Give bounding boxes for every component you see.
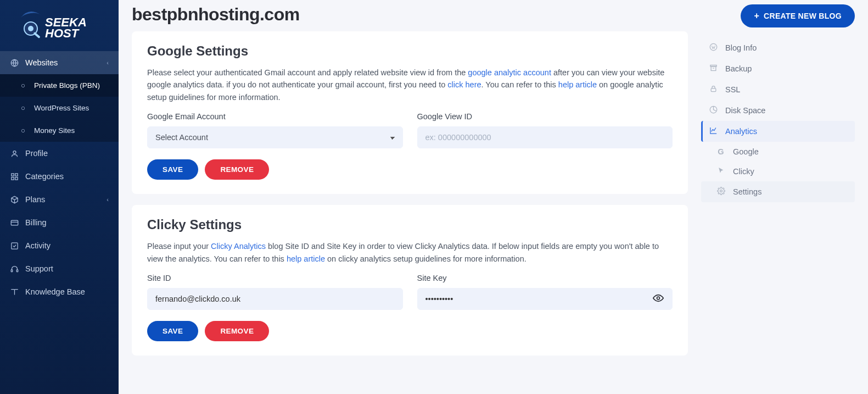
- sidebar-item-label: Knowledge Base: [25, 287, 85, 296]
- svg-point-21: [720, 190, 722, 192]
- sidebar-item-websites[interactable]: Websites ‹: [0, 51, 119, 74]
- google-email-account-select[interactable]: Select Account: [147, 126, 403, 148]
- create-new-blog-button[interactable]: + CREATE NEW BLOG: [741, 4, 855, 27]
- cursor-icon: [716, 167, 725, 176]
- rn-item-settings[interactable]: Settings: [701, 181, 855, 202]
- rn-item-ssl[interactable]: SSL: [701, 79, 855, 100]
- chart-icon: [709, 126, 718, 136]
- svg-rect-12: [11, 242, 17, 248]
- sidebar-item-plans[interactable]: Plans ‹: [0, 188, 119, 211]
- plus-icon: +: [754, 11, 759, 21]
- clicky-settings-card: Clicky Settings Please input your Clicky…: [132, 205, 688, 356]
- sidebar-item-label: Billing: [25, 218, 47, 227]
- svg-rect-19: [711, 88, 716, 92]
- card-description: Please select your authenticated Gmail a…: [147, 66, 673, 103]
- sidebar-item-label: Money Sites: [34, 126, 75, 135]
- rn-item-label: Blog Info: [725, 43, 757, 52]
- save-button[interactable]: SAVE: [147, 321, 198, 341]
- sidebar: SEEKA HOST Websites ‹ ○ Private Blogs (P…: [0, 0, 119, 394]
- logo[interactable]: SEEKA HOST: [0, 0, 119, 51]
- sidebar-item-categories[interactable]: Categories: [0, 165, 119, 188]
- chevron-left-icon: ‹: [107, 196, 109, 203]
- svg-point-15: [657, 297, 660, 299]
- site-id-label: Site ID: [147, 274, 403, 282]
- sidebar-item-label: Categories: [25, 172, 64, 181]
- svg-point-6: [13, 151, 16, 153]
- sidebar-item-activity[interactable]: Activity: [0, 234, 119, 257]
- google-analytic-account-link[interactable]: google analytic account: [468, 68, 551, 77]
- sidebar-item-label: Profile: [25, 149, 48, 158]
- svg-point-1: [28, 26, 33, 31]
- card-title: Clicky Settings: [147, 217, 673, 232]
- sidebar-item-label: Websites: [25, 58, 58, 67]
- rn-item-label: Backup: [725, 64, 752, 73]
- archive-icon: [709, 64, 718, 74]
- grid-icon: [10, 173, 19, 181]
- rn-item-disk-space[interactable]: Disk Space: [701, 100, 855, 121]
- chevron-left-icon: ‹: [107, 59, 109, 66]
- sidebar-item-knowledge-base[interactable]: Knowledge Base: [0, 280, 119, 303]
- site-id-input[interactable]: [147, 288, 403, 310]
- site-key-input[interactable]: [417, 288, 673, 310]
- right-nav: Blog Info Backup SSL Disk Space: [701, 34, 855, 202]
- rn-item-label: Disk Space: [725, 106, 765, 115]
- sidebar-item-private-blogs[interactable]: ○ Private Blogs (PBN): [0, 74, 119, 97]
- circle-icon: ○: [19, 104, 27, 112]
- check-icon: [10, 242, 19, 250]
- help-article-link[interactable]: help article: [558, 80, 597, 89]
- headphones-icon: [10, 265, 19, 273]
- svg-rect-10: [15, 177, 17, 179]
- sidebar-item-wordpress-sites[interactable]: ○ WordPress Sites: [0, 97, 119, 119]
- rn-item-google[interactable]: G Google: [701, 142, 855, 162]
- google-view-id-label: Google View ID: [417, 112, 673, 121]
- content-column: bestpbnhosting.com Google Settings Pleas…: [132, 3, 688, 367]
- card-title: Google Settings: [147, 43, 673, 59]
- pie-chart-icon: [709, 106, 718, 115]
- svg-rect-7: [11, 173, 13, 175]
- google-view-id-input[interactable]: [417, 126, 673, 148]
- header-row: bestpbnhosting.com: [132, 3, 688, 31]
- sidebar-item-profile[interactable]: Profile: [0, 142, 119, 165]
- svg-text:HOST: HOST: [45, 26, 80, 40]
- sidebar-item-billing[interactable]: Billing: [0, 211, 119, 234]
- help-article-link[interactable]: help article: [287, 254, 325, 263]
- eye-icon: [653, 297, 664, 306]
- remove-button[interactable]: REMOVE: [205, 159, 269, 180]
- main: bestpbnhosting.com Google Settings Pleas…: [119, 0, 868, 394]
- save-button[interactable]: SAVE: [147, 159, 198, 180]
- circle-icon: ○: [19, 126, 27, 135]
- page-title: bestpbnhosting.com: [132, 4, 300, 25]
- rn-item-blog-info[interactable]: Blog Info: [701, 37, 855, 58]
- toggle-visibility-button[interactable]: [651, 291, 666, 308]
- book-icon: [10, 288, 19, 296]
- svg-rect-8: [15, 173, 17, 175]
- card-description: Please input your Clicky Analytics blog …: [147, 240, 673, 265]
- sidebar-item-label: Plans: [25, 195, 45, 204]
- rn-item-analytics[interactable]: Analytics: [701, 121, 855, 142]
- rn-item-backup[interactable]: Backup: [701, 58, 855, 79]
- rn-item-label: Analytics: [725, 127, 757, 136]
- svg-rect-11: [11, 220, 18, 225]
- google-icon: G: [716, 147, 725, 156]
- box-icon: [10, 196, 19, 204]
- svg-rect-14: [16, 269, 18, 271]
- sidebar-item-label: Private Blogs (PBN): [34, 81, 100, 90]
- remove-button[interactable]: REMOVE: [205, 321, 269, 341]
- site-key-label: Site Key: [417, 274, 673, 282]
- svg-rect-9: [11, 177, 13, 179]
- rn-item-label: SSL: [725, 85, 740, 94]
- gear-icon: [716, 187, 725, 197]
- rn-item-label: Google: [733, 147, 759, 156]
- rn-item-label: Settings: [733, 187, 761, 196]
- rn-item-label: Clicky: [733, 167, 754, 176]
- google-settings-card: Google Settings Please select your authe…: [132, 31, 688, 194]
- clicky-analytics-link[interactable]: Clicky Analytics: [211, 242, 266, 251]
- sidebar-item-support[interactable]: Support: [0, 257, 119, 280]
- circle-icon: ○: [19, 81, 27, 90]
- click-here-link[interactable]: click here: [447, 80, 481, 89]
- card-icon: [10, 219, 19, 227]
- sidebar-sub: ○ Private Blogs (PBN) ○ WordPress Sites …: [0, 74, 119, 142]
- sidebar-item-money-sites[interactable]: ○ Money Sites: [0, 119, 119, 142]
- rn-item-clicky[interactable]: Clicky: [701, 162, 855, 181]
- wordpress-icon: [709, 43, 718, 53]
